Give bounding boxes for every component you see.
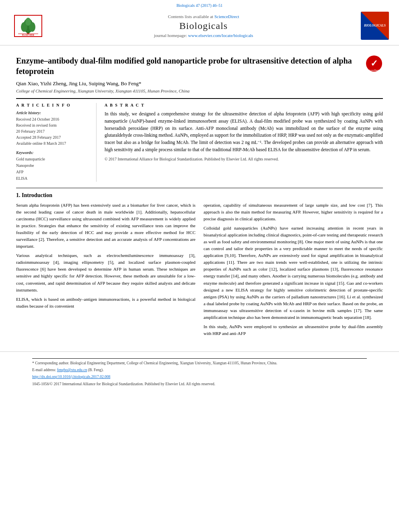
elsevier-logo: ELSEVIER [8, 15, 48, 37]
email-link[interactable]: fengbo@xtu.edu.cn [57, 368, 87, 372]
keyword-item: ELISA [16, 175, 90, 182]
intro-right-col: operation, capability of simultaneous me… [204, 202, 383, 339]
intro-paragraph: Serum alpha fetoprotein (AFP) has been e… [16, 202, 195, 250]
email-line: E-mail address: fengbo@xtu.edu.cn (B. Fe… [32, 367, 367, 373]
abstract-label: A B S T R A C T [105, 103, 383, 107]
keywords-section: Keywords: Gold nanoparticleNanoprobeAFPE… [16, 150, 90, 182]
keyword-item: Nanoprobe [16, 162, 90, 169]
abstract-text: In this study, we designed a comprehensi… [105, 111, 383, 162]
keywords-label: Keywords: [16, 150, 90, 155]
svg-text:✓: ✓ [370, 58, 378, 68]
elsevier-logo-box: ELSEVIER [14, 15, 42, 37]
doi-line: http://dx.doi.org/10.1016/j.biologicals.… [32, 374, 367, 380]
intro-paragraph: ELISA, which is based on antibody–antige… [16, 296, 195, 310]
copyright-line: © 2017 International Alliance for Biolog… [105, 156, 383, 162]
revised-label: Received in revised form [16, 122, 90, 128]
received-line: Received 24 October 2016 [16, 116, 90, 122]
intro-section: 1. Introduction Serum alpha fetoprotein … [16, 188, 383, 339]
keywords-list: Gold nanoparticleNanoprobeAFPELISA [16, 156, 90, 182]
intro-paragraph: Colloidal gold nanoparticles (AuNPs) hav… [204, 225, 383, 321]
contents-line: Contents lists available at ScienceDirec… [56, 14, 351, 19]
intro-paragraph: operation, capability of simultaneous me… [204, 202, 383, 222]
journal-header: Biologicals 47 (2017) 46–51 [0, 0, 399, 45]
intro-body: Serum alpha fetoprotein (AFP) has been e… [16, 202, 383, 339]
intro-paragraph: In this study, AuNPs were employed to sy… [204, 323, 383, 337]
crossmark-badge: ✓ CrossMark [365, 55, 383, 72]
online-line: Available online 8 March 2017 [16, 140, 90, 146]
article-affiliation: College of Chemical Engineering, Xiangta… [16, 88, 383, 93]
homepage-link[interactable]: www.elsevier.com/locate/biologicals [188, 33, 253, 38]
doi-line: Biologicals 47 (2017) 46–51 [8, 3, 391, 8]
keyword-item: Gold nanoparticle [16, 156, 90, 162]
journal-title: Biologicals [56, 21, 351, 31]
article-main: Enzyme–antibody dual-film modified gold … [0, 45, 399, 345]
keyword-item: AFP [16, 169, 90, 175]
svg-text:CrossMark: CrossMark [369, 69, 379, 71]
intro-left-col: Serum alpha fetoprotein (AFP) has been e… [16, 202, 195, 339]
journal-center: Contents lists available at ScienceDirec… [48, 14, 359, 38]
page-container: Biologicals 47 (2017) 46–51 [0, 0, 399, 532]
article-info-label: A R T I C L E I N F O [16, 103, 90, 107]
article-info-col: A R T I C L E I N F O Article history: R… [16, 103, 97, 182]
title-section: Enzyme–antibody dual-film modified gold … [16, 51, 383, 76]
journal-homepage: journal homepage: www.elsevier.com/locat… [56, 33, 351, 38]
article-authors: Qian Xiao, Yizhi Zheng, Jing Liu, Suipin… [16, 80, 383, 87]
article-info-abstract: A R T I C L E I N F O Article history: R… [16, 98, 383, 182]
intro-paragraph: Various analytical techniques, such as e… [16, 252, 195, 293]
journal-logo-right: BIOLOGICALS [359, 12, 391, 40]
revised-date: 20 February 2017 [16, 128, 90, 134]
page-footer: * Corresponding author. Biological Engin… [32, 358, 367, 387]
svg-text:ELSEVIER: ELSEVIER [22, 34, 35, 36]
sciencedirect-link[interactable]: ScienceDirect [214, 14, 239, 19]
article-footnote: * Corresponding author. Biological Engin… [0, 351, 399, 387]
crossmark-icon: ✓ CrossMark [366, 55, 382, 72]
article-title: Enzyme–antibody dual-film modified gold … [16, 55, 365, 76]
doi-link[interactable]: http://dx.doi.org/10.1016/j.biologicals.… [32, 375, 110, 379]
svg-point-4 [25, 18, 31, 26]
corresponding-author: * Corresponding author. Biological Engin… [32, 360, 367, 366]
history-label: Article history: [16, 111, 90, 115]
intro-title: 1. Introduction [16, 192, 383, 199]
article-history: Article history: Received 24 October 201… [16, 111, 90, 146]
accepted-line: Accepted 28 February 2017 [16, 134, 90, 140]
abstract-col: A B S T R A C T In this study, we design… [105, 103, 383, 182]
issn-line: 1045-1056/© 2017 International Alliance … [32, 381, 367, 387]
